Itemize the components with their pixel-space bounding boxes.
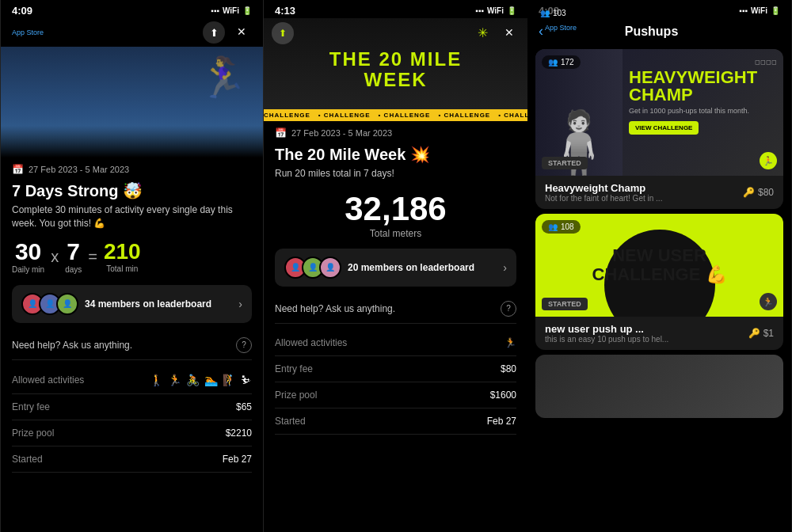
date-text-1: 27 Feb 2023 - 5 Mar 2023 bbox=[29, 165, 129, 174]
status-bar-1: 4:09 ▪▪▪ WiFi 🔋 bbox=[1, 0, 263, 18]
bike-icon: 🚴 bbox=[186, 374, 200, 386]
leaderboard-text-1: 34 members on leaderboard bbox=[85, 298, 211, 310]
challenge-title-2: The 20 Mile Week 💥 bbox=[275, 145, 516, 164]
big-metric-value-2: 32,186 bbox=[275, 190, 516, 228]
members-count-1: 172 bbox=[561, 58, 574, 66]
leaderboard-row-1[interactable]: 👤 👤 👤 34 members on leaderboard › bbox=[12, 285, 252, 323]
time-2: 4:13 bbox=[275, 5, 295, 17]
stat-total-label: Total min bbox=[104, 264, 141, 273]
chevron-icon-2: › bbox=[503, 261, 507, 274]
share-button-1[interactable]: ⬆ bbox=[203, 21, 225, 44]
avatar-2-3: 👤 bbox=[319, 256, 341, 279]
stat-daily: 30 Daily min bbox=[12, 240, 44, 274]
panel-3-scroll[interactable]: 🧍 ◻◻◻◻ HEAVYWEIGHT CHAMP Get in 1000 pus… bbox=[527, 44, 791, 521]
battery-icon: 🔋 bbox=[242, 6, 252, 15]
started-badge-1: STARTED bbox=[542, 157, 588, 169]
hike-icon: 🧗 bbox=[223, 374, 236, 386]
price-icon-1: 🔑 bbox=[743, 187, 755, 198]
prize-value-1: $2210 bbox=[226, 428, 252, 439]
members-icon-1: 👥 bbox=[548, 58, 558, 66]
entry-row-1: Entry fee $65 bbox=[12, 394, 252, 420]
newuser-card[interactable]: NEW USER CHALLENGE 💪 👥 108 STARTED 🏃 new… bbox=[535, 214, 783, 350]
price-value-1: $80 bbox=[758, 187, 774, 198]
card2-price: 🔑 $1 bbox=[748, 328, 774, 339]
tape-row-2: CHALLENGE • CHALLENGE • CHALLENGE • CHAL… bbox=[264, 109, 527, 121]
card1-footer: Heavyweight Champ Not for the faint of h… bbox=[535, 176, 783, 209]
price-icon-2: 🔑 bbox=[748, 328, 760, 339]
prize-label-1: Prize pool bbox=[12, 428, 54, 439]
started-label-1: Started bbox=[12, 454, 43, 465]
card2-info: new user push up ... this is an easy 10 … bbox=[545, 323, 668, 344]
close-icon-1: ✕ bbox=[237, 25, 246, 38]
status-icons-1: ▪▪▪ WiFi 🔋 bbox=[211, 6, 252, 15]
signal-icon-3: ▪▪▪ bbox=[739, 6, 748, 15]
calendar-icon-2: 📅 bbox=[275, 127, 287, 139]
hero-image-2: THE 20 MILE WEEK CHALLENGE • CHALLENGE •… bbox=[264, 18, 527, 121]
entry-label-2: Entry fee bbox=[275, 363, 313, 374]
newuser-title: NEW USER CHALLENGE 💪 bbox=[592, 246, 727, 284]
close-icon-2: ✕ bbox=[505, 26, 514, 39]
card1-info: Heavyweight Champ Not for the faint of h… bbox=[545, 182, 662, 203]
allowed-label-1: Allowed activities bbox=[12, 374, 84, 386]
tape-item-4: • CHALLENGE bbox=[438, 112, 490, 119]
partial-card[interactable]: 👥 103 bbox=[535, 355, 783, 418]
brand-logo: ◻◻◻◻ bbox=[629, 59, 777, 66]
panel-3-header: ‹ App Store Pushups bbox=[527, 18, 791, 44]
avatar-3: 👤 bbox=[56, 293, 78, 315]
ski-icon: ⛷ bbox=[241, 374, 252, 386]
partial-hero: 👥 103 bbox=[535, 355, 783, 418]
tape-item-2: • CHALLENGE bbox=[318, 112, 371, 119]
prize-row-1: Prize pool $2210 bbox=[12, 420, 252, 446]
chevron-icon-1: › bbox=[238, 298, 242, 310]
status-bar-2: 4:13 ▪▪▪ WiFi 🔋 bbox=[264, 0, 527, 18]
run-badge-2: 🏃 bbox=[760, 293, 777, 310]
heavyweight-subtitle: Get in 1000 push-ups total this month. bbox=[629, 107, 777, 115]
asterisk-button-2[interactable]: ✳ bbox=[472, 22, 493, 43]
wifi-icon: WiFi bbox=[223, 6, 239, 15]
help-icon-2[interactable]: ? bbox=[501, 301, 516, 317]
close-button-1[interactable]: ✕ bbox=[231, 21, 252, 42]
leaderboard-text-2: 20 members on leaderboard bbox=[348, 262, 474, 273]
leaderboard-row-2[interactable]: 👤 👤 👤 20 members on leaderboard › bbox=[275, 249, 516, 287]
started-value-2: Feb 27 bbox=[487, 416, 516, 427]
calendar-icon-1: 📅 bbox=[12, 164, 24, 175]
allowed-icon-2: 🏃 bbox=[505, 337, 516, 348]
panel-1: 4:09 ▪▪▪ WiFi 🔋 App Store ⬆ ✕ 🏃‍♀️ 📅 2 bbox=[0, 0, 264, 532]
members-badge-1: 👥 172 bbox=[542, 55, 581, 69]
entry-row-2: Entry fee $80 bbox=[275, 356, 516, 382]
close-button-2[interactable]: ✕ bbox=[499, 22, 520, 43]
stat-days-label: days bbox=[65, 265, 82, 274]
share-icon-2: ⬆ bbox=[279, 28, 287, 39]
top-actions-1: App Store ⬆ ✕ bbox=[1, 18, 263, 47]
signal-icon-2: ▪▪▪ bbox=[475, 6, 484, 15]
prize-value-2: $1600 bbox=[490, 390, 516, 401]
runner-figure-1: 🏃‍♀️ bbox=[198, 55, 247, 101]
stat-days-value: 7 bbox=[65, 240, 82, 264]
status-icons-2: ▪▪▪ WiFi 🔋 bbox=[475, 6, 516, 15]
tape-item-5: • CHALLENGE bbox=[498, 112, 527, 119]
help-icon-1[interactable]: ? bbox=[236, 337, 252, 353]
date-range-1: 📅 27 Feb 2023 - 5 Mar 2023 bbox=[12, 164, 252, 175]
stat-total: 210 Total min bbox=[104, 241, 141, 273]
heavyweight-hero: 🧍 ◻◻◻◻ HEAVYWEIGHT CHAMP Get in 1000 pus… bbox=[535, 49, 783, 176]
stat-op1: x bbox=[51, 248, 59, 266]
stat-total-value: 210 bbox=[104, 241, 141, 263]
view-challenge-button[interactable]: VIEW CHALLENGE bbox=[629, 121, 699, 135]
leaderboard-left-1: 👤 👤 👤 34 members on leaderboard bbox=[21, 293, 211, 315]
battery-icon-2: 🔋 bbox=[507, 6, 516, 15]
heavyweight-card[interactable]: 🧍 ◻◻◻◻ HEAVYWEIGHT CHAMP Get in 1000 pus… bbox=[535, 49, 783, 209]
card2-name: new user push up ... bbox=[545, 323, 668, 335]
started-label-2: Started bbox=[275, 416, 306, 427]
panel-3: 4:08 ▪▪▪ WiFi 🔋 ‹ App Store Pushups 🧍 bbox=[527, 0, 791, 532]
date-range-2: 📅 27 Feb 2023 - 5 Mar 2023 bbox=[275, 127, 516, 139]
share-button-2[interactable]: ⬆ bbox=[272, 22, 294, 44]
back-button-3[interactable]: ‹ bbox=[539, 23, 543, 40]
help-text-2: Need help? Ask us anything. bbox=[275, 303, 395, 314]
share-icon-1: ⬆ bbox=[210, 27, 219, 39]
allowed-row-1: Allowed activities 🚶 🏃 🚴 🏊 🧗 ⛷ bbox=[12, 367, 252, 394]
status-icons-3: ▪▪▪ WiFi 🔋 bbox=[739, 6, 780, 15]
started-row-2: Started Feb 27 bbox=[275, 408, 516, 435]
card1-name: Heavyweight Champ bbox=[545, 182, 662, 194]
tape-item-3: • CHALLENGE bbox=[379, 112, 431, 119]
app-store-back-1[interactable]: App Store bbox=[12, 28, 44, 36]
